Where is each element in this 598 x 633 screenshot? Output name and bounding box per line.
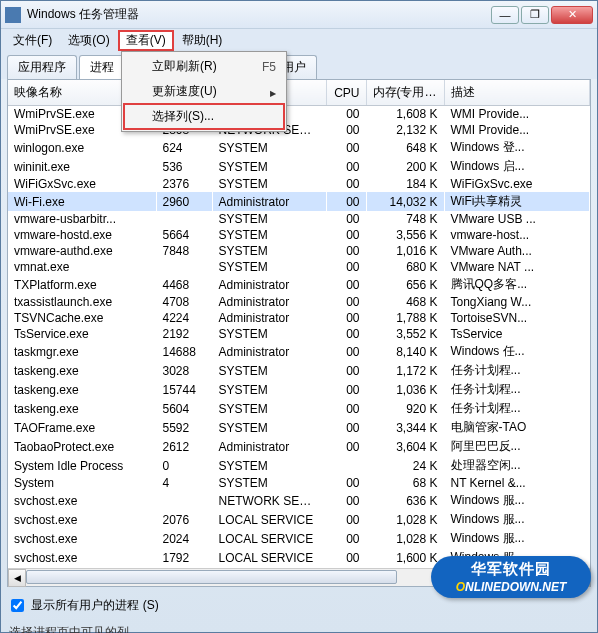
cell-desc: Windows 服... <box>444 510 590 529</box>
table-row[interactable]: Wi-Fi.exe2960Administrator0014,032 KWiFi… <box>8 192 590 211</box>
table-row[interactable]: vmnat.exeSYSTEM00680 KVMware NAT ... <box>8 259 590 275</box>
cell-name: taskmgr.exe <box>8 342 156 361</box>
table-row[interactable]: vmware-hostd.exe5664SYSTEM003,556 Kvmwar… <box>8 227 590 243</box>
table-row[interactable]: TXPlatform.exe4468Administrator00656 K腾讯… <box>8 275 590 294</box>
table-row[interactable]: System4SYSTEM0068 KNT Kernel &... <box>8 475 590 491</box>
col-header-cpu[interactable]: CPU <box>326 80 366 106</box>
table-row[interactable]: System Idle Process0SYSTEM24 K处理器空闲... <box>8 456 590 475</box>
scroll-left-button[interactable]: ◀ <box>8 569 26 587</box>
table-row[interactable]: svchost.exe2076LOCAL SERVICE001,028 KWin… <box>8 510 590 529</box>
maximize-button[interactable]: ❐ <box>521 6 549 24</box>
table-row[interactable]: wininit.exe536SYSTEM00200 KWindows 启... <box>8 157 590 176</box>
close-button[interactable]: ✕ <box>551 6 593 24</box>
table-row[interactable]: TaobaoProtect.exe2612Administrator003,60… <box>8 437 590 456</box>
cell-cpu: 00 <box>326 548 366 566</box>
cell-pid <box>156 491 212 510</box>
scroll-thumb[interactable] <box>26 570 397 584</box>
cell-name: wininit.exe <box>8 157 156 176</box>
table-row[interactable]: svchost.exeNETWORK SERVICE00636 KWindows… <box>8 491 590 510</box>
cell-user: Administrator <box>212 192 326 211</box>
table-row[interactable]: winlogon.exe624SYSTEM00648 KWindows 登... <box>8 138 590 157</box>
app-icon <box>5 7 21 23</box>
table-row[interactable]: WiFiGxSvc.exe2376SYSTEM00184 KWiFiGxSvc.… <box>8 176 590 192</box>
cell-mem: 1,028 K <box>366 510 444 529</box>
cell-cpu: 00 <box>326 491 366 510</box>
cell-name: taskeng.exe <box>8 361 156 380</box>
processes-panel: 映像名称 PID 用户名 CPU 内存(专用工... 描述 WmiPrvSE.e… <box>7 79 591 587</box>
cell-user: Administrator <box>212 275 326 294</box>
table-row[interactable]: TSVNCache.exe4224Administrator001,788 KT… <box>8 310 590 326</box>
dropdown-item-2[interactable]: 选择列(S)... <box>124 104 284 129</box>
cell-cpu: 00 <box>326 529 366 548</box>
table-row[interactable]: TsService.exe2192SYSTEM003,552 KTsServic… <box>8 326 590 342</box>
table-row[interactable]: taskeng.exe5604SYSTEM00920 K任务计划程... <box>8 399 590 418</box>
cell-name: taskeng.exe <box>8 399 156 418</box>
show-all-users-text: 显示所有用户的进程 (S) <box>31 598 158 612</box>
watermark-cn: 华军软件园 <box>443 560 579 579</box>
cell-cpu: 00 <box>326 106 366 123</box>
cell-name: System <box>8 475 156 491</box>
cell-desc: 阿里巴巴反... <box>444 437 590 456</box>
cell-desc: Windows 登... <box>444 138 590 157</box>
menu-options[interactable]: 选项(O) <box>60 30 117 51</box>
col-header-desc[interactable]: 描述 <box>444 80 590 106</box>
cell-pid: 624 <box>156 138 212 157</box>
show-all-users-label[interactable]: 显示所有用户的进程 (S) <box>11 598 159 612</box>
table-row[interactable]: vmware-authd.exe7848SYSTEM001,016 KVMwar… <box>8 243 590 259</box>
cell-pid: 0 <box>156 456 212 475</box>
minimize-button[interactable]: — <box>491 6 519 24</box>
cell-desc: Windows 服... <box>444 491 590 510</box>
cell-name: svchost.exe <box>8 491 156 510</box>
col-header-mem[interactable]: 内存(专用工... <box>366 80 444 106</box>
cell-mem: 1,608 K <box>366 106 444 123</box>
cell-mem: 1,036 K <box>366 380 444 399</box>
cell-cpu: 00 <box>326 380 366 399</box>
cell-user: Administrator <box>212 437 326 456</box>
cell-cpu: 00 <box>326 437 366 456</box>
titlebar[interactable]: Windows 任务管理器 — ❐ ✕ <box>1 1 597 29</box>
show-all-users-checkbox[interactable] <box>11 599 24 612</box>
cell-mem: 1,788 K <box>366 310 444 326</box>
dropdown-shortcut: F5 <box>262 60 276 74</box>
table-row[interactable]: WmiPrvSE.exe001,608 KWMI Provide... <box>8 106 590 123</box>
cell-desc: VMware NAT ... <box>444 259 590 275</box>
cell-mem: 3,556 K <box>366 227 444 243</box>
cell-name: Wi-Fi.exe <box>8 192 156 211</box>
table-row[interactable]: WmiPrvSE.exe2808NETWORK SERVICE002,132 K… <box>8 122 590 138</box>
cell-user: LOCAL SERVICE <box>212 548 326 566</box>
cell-cpu: 00 <box>326 361 366 380</box>
cell-desc: TortoiseSVN... <box>444 310 590 326</box>
table-row[interactable]: txassistlaunch.exe4708Administrator00468… <box>8 294 590 310</box>
process-table: 映像名称 PID 用户名 CPU 内存(专用工... 描述 WmiPrvSE.e… <box>8 80 590 566</box>
cell-cpu: 00 <box>326 399 366 418</box>
cell-name: TaobaoProtect.exe <box>8 437 156 456</box>
cell-desc: TsService <box>444 326 590 342</box>
cell-cpu: 00 <box>326 227 366 243</box>
cell-pid: 4468 <box>156 275 212 294</box>
tab-0[interactable]: 应用程序 <box>7 55 77 79</box>
cell-name: System Idle Process <box>8 456 156 475</box>
cell-user: SYSTEM <box>212 399 326 418</box>
menu-file[interactable]: 文件(F) <box>5 30 60 51</box>
dropdown-item-1[interactable]: 更新速度(U) <box>124 79 284 104</box>
table-row[interactable]: vmware-usbarbitr...SYSTEM00748 KVMware U… <box>8 211 590 227</box>
menu-help[interactable]: 帮助(H) <box>174 30 231 51</box>
cell-cpu: 00 <box>326 294 366 310</box>
table-row[interactable]: taskeng.exe15744SYSTEM001,036 K任务计划程... <box>8 380 590 399</box>
cell-cpu: 00 <box>326 310 366 326</box>
tab-1[interactable]: 进程 <box>79 55 125 79</box>
table-row[interactable]: TAOFrame.exe5592SYSTEM003,344 K电脑管家-TAO <box>8 418 590 437</box>
cell-user: Administrator <box>212 294 326 310</box>
cell-cpu: 00 <box>326 275 366 294</box>
table-row[interactable]: taskmgr.exe14688Administrator008,140 KWi… <box>8 342 590 361</box>
cell-desc: Windows 任... <box>444 342 590 361</box>
table-row[interactable]: taskeng.exe3028SYSTEM001,172 K任务计划程... <box>8 361 590 380</box>
cell-name: taskeng.exe <box>8 380 156 399</box>
cell-mem: 200 K <box>366 157 444 176</box>
cell-name: svchost.exe <box>8 510 156 529</box>
table-row[interactable]: svchost.exe2024LOCAL SERVICE001,028 KWin… <box>8 529 590 548</box>
dropdown-item-0[interactable]: 立即刷新(R)F5 <box>124 54 284 79</box>
menu-view[interactable]: 查看(V) <box>118 30 174 51</box>
cell-mem: 3,552 K <box>366 326 444 342</box>
cell-mem: 3,604 K <box>366 437 444 456</box>
